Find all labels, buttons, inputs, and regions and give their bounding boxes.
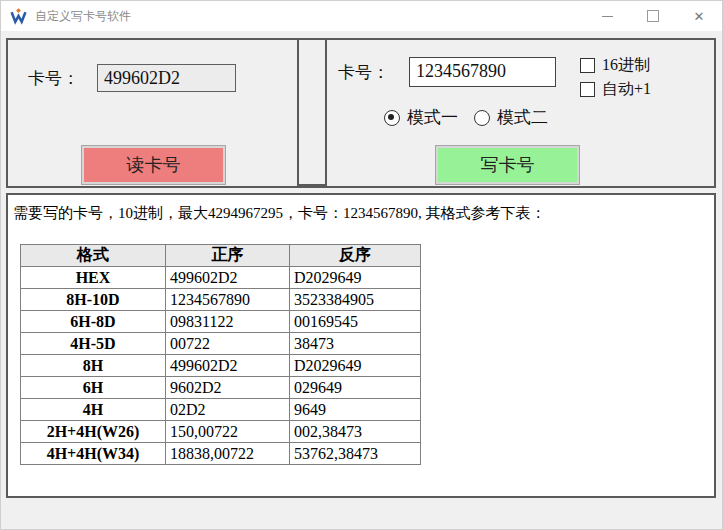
app-logo-icon: [10, 8, 27, 25]
write-card-input[interactable]: 1234567890: [409, 57, 556, 87]
table-row: 4H+4H(W34)18838,0072253762,38473: [21, 443, 421, 465]
read-card-input[interactable]: 499602D2: [97, 64, 236, 92]
table-cell: 4H-5D: [21, 333, 166, 355]
auto-plus1-checkbox[interactable]: 自动+1: [580, 79, 651, 100]
table-cell: 6H: [21, 377, 166, 399]
table-cell: 02D2: [166, 399, 290, 421]
mode1-radio-label: 模式一: [407, 106, 458, 129]
table-cell: 9602D2: [166, 377, 290, 399]
divider-box: [297, 38, 327, 186]
mode1-radio[interactable]: 模式一: [384, 106, 458, 129]
col-header-reverse: 反序: [290, 245, 421, 267]
table-row: 2H+4H(W26)150,00722002,38473: [21, 421, 421, 443]
top-panel: 卡号： 499602D2 读卡号 卡号： 1234567890 16进制 自动+…: [6, 38, 716, 188]
table-cell: 8H: [21, 355, 166, 377]
format-table-body: HEX499602D2D20296498H-10D123456789035233…: [21, 267, 421, 465]
table-cell: 499602D2: [166, 267, 290, 289]
maximize-icon: [647, 10, 659, 22]
table-cell: 4H: [21, 399, 166, 421]
mode1-radio-circle[interactable]: [384, 110, 400, 126]
table-cell: 150,00722: [166, 421, 290, 443]
table-row: 4H-5D0072238473: [21, 333, 421, 355]
maximize-button[interactable]: [630, 1, 676, 31]
table-row: 6H9602D2029649: [21, 377, 421, 399]
hex-checkbox[interactable]: 16进制: [580, 55, 650, 76]
format-table: 格式 正序 反序 HEX499602D2D20296498H-10D123456…: [20, 244, 421, 465]
auto-plus1-checkbox-label: 自动+1: [602, 79, 651, 100]
table-row: 6H-8D0983112200169545: [21, 311, 421, 333]
read-card-label: 卡号：: [28, 67, 79, 90]
table-cell: 09831122: [166, 311, 290, 333]
table-cell: 9649: [290, 399, 421, 421]
table-cell: 3523384905: [290, 289, 421, 311]
close-button[interactable]: ✕: [676, 1, 722, 31]
table-cell: 18838,00722: [166, 443, 290, 465]
table-row: HEX499602D2D2029649: [21, 267, 421, 289]
table-cell: 002,38473: [290, 421, 421, 443]
hex-checkbox-label: 16进制: [602, 55, 650, 76]
table-cell: 4H+4H(W34): [21, 443, 166, 465]
table-row: 4H02D29649: [21, 399, 421, 421]
table-cell: 2H+4H(W26): [21, 421, 166, 443]
table-cell: 029649: [290, 377, 421, 399]
col-header-forward: 正序: [166, 245, 290, 267]
close-icon: ✕: [694, 9, 705, 24]
col-header-format: 格式: [21, 245, 166, 267]
table-cell: 00722: [166, 333, 290, 355]
table-row: 8H499602D2D2029649: [21, 355, 421, 377]
table-cell: HEX: [21, 267, 166, 289]
mode2-radio-label: 模式二: [497, 106, 548, 129]
bottom-panel: 需要写的卡号，10进制，最大4294967295，卡号：1234567890, …: [6, 193, 716, 498]
minimize-button[interactable]: [584, 1, 630, 31]
hex-checkbox-box[interactable]: [580, 58, 595, 73]
table-cell: D2029649: [290, 355, 421, 377]
info-text: 需要写的卡号，10进制，最大4294967295，卡号：1234567890, …: [13, 204, 546, 223]
app-window: 自定义写卡号软件 ✕ 卡号： 499602D2 读卡号 卡号： 12345678…: [0, 0, 723, 530]
mode2-radio-circle[interactable]: [474, 110, 490, 126]
read-card-button[interactable]: 读卡号: [82, 146, 225, 184]
table-cell: D2029649: [290, 267, 421, 289]
table-cell: 38473: [290, 333, 421, 355]
table-cell: 53762,38473: [290, 443, 421, 465]
write-card-button[interactable]: 写卡号: [436, 146, 579, 184]
auto-plus1-checkbox-box[interactable]: [580, 82, 595, 97]
table-row: 8H-10D12345678903523384905: [21, 289, 421, 311]
table-header-row: 格式 正序 反序: [21, 245, 421, 267]
table-cell: 6H-8D: [21, 311, 166, 333]
table-cell: 00169545: [290, 311, 421, 333]
table-cell: 1234567890: [166, 289, 290, 311]
window-title: 自定义写卡号软件: [35, 8, 584, 25]
mode2-radio[interactable]: 模式二: [474, 106, 548, 129]
table-cell: 8H-10D: [21, 289, 166, 311]
table-cell: 499602D2: [166, 355, 290, 377]
title-bar: 自定义写卡号软件 ✕: [1, 1, 722, 31]
write-card-label: 卡号：: [338, 61, 389, 84]
